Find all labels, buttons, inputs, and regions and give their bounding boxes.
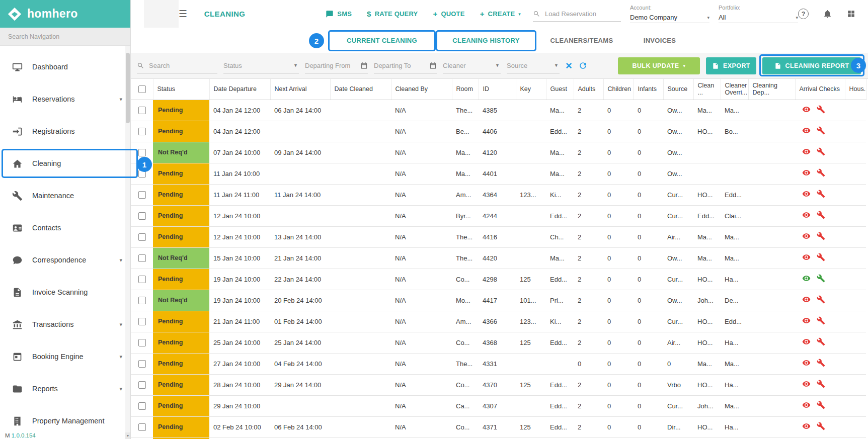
row-checkbox[interactable]	[138, 149, 146, 156]
wrench-icon[interactable]	[817, 126, 825, 135]
cell-date-cleaned	[330, 100, 391, 121]
wrench-icon[interactable]	[817, 232, 825, 240]
row-checkbox[interactable]	[138, 339, 146, 346]
tab-current-cleaning[interactable]: CURRENT CLEANING	[328, 28, 436, 53]
eye-icon[interactable]	[802, 126, 811, 135]
scrollbar-thumb[interactable]	[126, 53, 130, 123]
chevron-down-icon: ▼	[293, 63, 299, 68]
search-input[interactable]	[148, 61, 217, 70]
apps-grid-icon[interactable]	[846, 9, 856, 19]
sidebar-item-reservations[interactable]: Reservations▾	[0, 83, 130, 115]
notifications-bell-icon[interactable]	[823, 9, 832, 19]
eye-icon[interactable]	[802, 401, 811, 409]
row-checkbox[interactable]	[138, 254, 146, 262]
row-checkbox[interactable]	[138, 128, 146, 135]
row-checkbox[interactable]	[138, 170, 146, 178]
eye-icon[interactable]	[802, 359, 811, 367]
wrench-icon[interactable]	[817, 380, 825, 388]
cleaning-report-button[interactable]: CLEANING REPORT	[762, 57, 861, 74]
help-icon[interactable]: ?	[798, 9, 809, 19]
wrench-icon[interactable]	[817, 211, 825, 219]
sidebar-item-maintenance[interactable]: Maintenance	[0, 180, 130, 212]
scrollbar-down-arrow[interactable]: ▼	[125, 432, 130, 439]
cell-guest	[546, 353, 574, 374]
rate-query-button[interactable]: $ RATE QUERY	[367, 10, 418, 18]
sidebar-item-dashboard[interactable]: Dashboard	[0, 51, 130, 83]
row-checkbox[interactable]	[138, 402, 146, 410]
sidebar-item-reports[interactable]: Reports▾	[0, 373, 130, 405]
eye-icon[interactable]	[802, 105, 811, 114]
row-checkbox[interactable]	[138, 360, 146, 368]
cleaner-filter[interactable]: Cleaner ▼	[443, 58, 501, 73]
clear-filters-icon[interactable]: ×	[566, 60, 572, 71]
wrench-icon[interactable]	[817, 422, 825, 430]
row-checkbox[interactable]	[138, 423, 146, 431]
eye-icon[interactable]	[802, 190, 811, 198]
wrench-icon[interactable]	[817, 168, 825, 177]
eye-icon[interactable]	[802, 232, 811, 240]
wrench-icon[interactable]	[817, 274, 825, 283]
row-checkbox[interactable]	[138, 212, 146, 220]
sidebar-item-registrations[interactable]: Registrations	[0, 115, 130, 147]
wrench-icon[interactable]	[817, 147, 825, 156]
quote-button[interactable]: + QUOTE	[433, 10, 464, 18]
row-checkbox[interactable]	[138, 191, 146, 199]
cell-housekeeping	[845, 311, 866, 332]
select-all-checkbox[interactable]	[138, 85, 146, 93]
eye-icon[interactable]	[802, 337, 811, 346]
sms-button[interactable]: SMS	[326, 10, 352, 18]
cell-infants: 0	[634, 353, 663, 374]
create-button[interactable]: + CREATE ▾	[480, 10, 521, 18]
export-button[interactable]: EXPORT	[706, 57, 756, 74]
eye-icon[interactable]	[802, 316, 811, 325]
row-checkbox[interactable]	[138, 276, 146, 283]
hamburger-menu-icon[interactable]: ☰	[179, 8, 187, 20]
eye-icon[interactable]	[802, 253, 811, 261]
wrench-icon	[12, 191, 23, 201]
row-checkbox[interactable]	[138, 107, 146, 114]
eye-icon[interactable]	[802, 211, 811, 219]
account-select[interactable]: Account: Demo Company ▾	[630, 5, 709, 23]
source-filter[interactable]: Source ▼	[507, 58, 560, 73]
search-navigation-input[interactable]	[7, 33, 123, 41]
tab-cleaning-history[interactable]: CLEANING HISTORY	[436, 28, 536, 53]
sidebar-item-transactions[interactable]: Transactions▾	[0, 308, 130, 340]
sidebar-item-invoice-scanning[interactable]: Invoice Scanning	[0, 276, 130, 308]
sidebar-item-correspondence[interactable]: Correspondence▾	[0, 244, 130, 276]
row-checkbox[interactable]	[138, 318, 146, 325]
sidebar-scrollbar[interactable]: ▼	[125, 46, 130, 439]
sidebar-item-booking-engine[interactable]: Booking Engine▾	[0, 340, 130, 373]
wrench-icon[interactable]	[817, 295, 825, 304]
departing-to-filter[interactable]: Departing To	[374, 58, 437, 73]
load-reservation-input[interactable]	[544, 10, 621, 18]
tab-invoices[interactable]: INVOICES	[627, 28, 692, 53]
eye-icon[interactable]	[802, 274, 811, 283]
wrench-icon[interactable]	[817, 190, 825, 198]
main-area: ☰ CLEANING SMS $ RATE QUERY + QUOTE + CR…	[131, 0, 868, 439]
row-checkbox[interactable]	[138, 297, 146, 304]
eye-icon[interactable]	[802, 168, 811, 177]
departing-from-filter[interactable]: Departing From	[305, 58, 368, 73]
search-filter[interactable]	[137, 58, 217, 73]
portfolio-select[interactable]: Portfolio: All ▾	[719, 5, 798, 23]
wrench-icon[interactable]	[817, 401, 825, 409]
eye-icon[interactable]	[802, 147, 811, 156]
tab-cleaners-teams[interactable]: CLEANERS/TEAMS	[536, 28, 627, 53]
eye-icon[interactable]	[802, 422, 811, 430]
row-checkbox[interactable]	[138, 381, 146, 389]
refresh-icon[interactable]	[578, 61, 588, 70]
status-filter[interactable]: Status ▼	[223, 58, 299, 73]
wrench-icon[interactable]	[817, 359, 825, 367]
eye-icon[interactable]	[802, 295, 811, 304]
cell-cleaning-departure	[748, 311, 795, 332]
load-reservation-field[interactable]	[533, 7, 621, 22]
bulk-update-button[interactable]: BULK UPDATE ▾	[618, 57, 700, 74]
eye-icon[interactable]	[802, 380, 811, 388]
wrench-icon[interactable]	[817, 316, 825, 325]
sidebar-item-contacts[interactable]: Contacts	[0, 212, 130, 244]
wrench-icon[interactable]	[817, 337, 825, 346]
sidebar-item-cleaning[interactable]: Cleaning	[0, 147, 130, 180]
wrench-icon[interactable]	[817, 105, 825, 114]
wrench-icon[interactable]	[817, 253, 825, 261]
row-checkbox[interactable]	[138, 233, 146, 241]
